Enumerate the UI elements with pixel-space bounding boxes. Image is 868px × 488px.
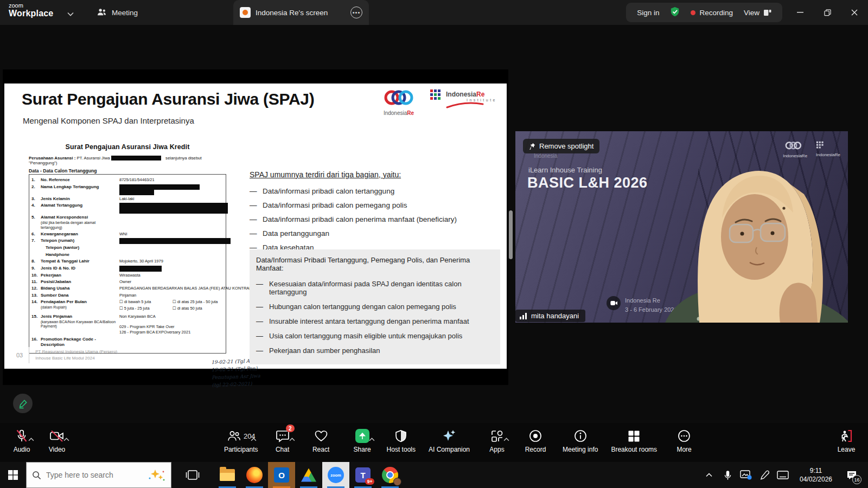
search-icon [32,471,41,480]
remove-spotlight-button[interactable]: Remove spotlight [523,139,599,153]
participant-video [643,136,848,323]
panel2-heading: Data/Informasi Pribadi Tertanggung, Peme… [256,256,493,272]
zoom-taskbar-icon[interactable]: zoom [322,462,349,488]
participant-name-label: mita handayani [515,310,585,322]
form-row: 9.Jenis ID & No. ID [31,266,225,272]
tray-show-hidden-icons-chevron[interactable] [700,462,718,488]
institute-logo-text: Indonesia [446,91,476,98]
notification-center-button[interactable]: 16 [840,462,864,488]
window-controls [787,0,868,25]
sign-in-button[interactable]: Sign in [637,9,659,17]
redacted-value [119,190,154,195]
apps-options-chevron[interactable] [503,423,509,453]
form-row: 2.Nama Lengkap Tertanggung [31,184,225,195]
spaj-form-document: Surat Pengajuan Asuransi Jiwa Kredit Per… [29,143,226,354]
tray-screen-snip-icon[interactable] [737,462,755,488]
brand-workplace: Workplace [9,9,53,18]
security-shield-icon[interactable] [670,7,680,19]
form-row: 5.Alamat Korespondensi(disi jika berbeda… [31,215,225,230]
remove-spotlight-label: Remove spotlight [539,142,593,150]
redacted-value [119,266,162,272]
workspace-chevron-down-icon[interactable] [67,9,74,18]
bullet-item: Insurable interest antara tertanggung de… [256,317,493,325]
form-row: 7.Telepon (rumah)Telepon (kantor)Handpho… [31,238,225,258]
clock-time: 9:11 [792,466,840,475]
redacted-value [119,238,231,244]
apps-grid-icon [490,429,504,443]
redacted-company-name [111,156,161,160]
tray-microphone-icon[interactable] [718,462,737,488]
panel-resize-handle[interactable] [509,210,513,259]
tab-options-ellipsis-icon[interactable]: ••• [350,7,362,18]
record-button[interactable]: Record [521,423,550,453]
meeting-people-icon [97,8,107,18]
shield-icon [395,429,407,443]
ai-companion-button[interactable]: AI Companion [429,423,470,453]
mic-muted-icon [15,429,28,443]
breakout-rooms-button[interactable]: Breakout rooms [611,423,657,453]
data-informasi-panel: Data/Informasi Pribadi Tertanggung, Peme… [250,249,500,364]
form-row: 14.Pendapatan Per Bulan(dalam Rupiah)☐ d… [31,299,225,313]
checkbox-option: ☐ 5 juta - 25 juta [119,306,173,311]
audio-options-chevron[interactable] [28,423,34,453]
taskbar-search[interactable] [26,462,171,488]
teams-taskbar-icon[interactable]: T9+ [349,462,376,488]
meeting-info-button[interactable]: Meeting info [563,423,598,453]
bullet-item: Data/informasi pribadi calon pemegang po… [250,201,500,209]
view-layout-icon [763,9,771,16]
file-explorer-taskbar-icon[interactable] [214,462,241,488]
slide-page-number: 03 [16,352,23,358]
indonesiare-logo-text: Indonesia [384,110,407,116]
form-row: 12.Bidang UsahaPERDAGANGAN BERDASARKAN B… [31,286,225,291]
record-icon [528,429,542,443]
spotlight-video-tile: Remove spotlight Indonesia iLearn Inhous… [515,131,848,323]
slide-title: Surat Pengajuan Asuransi Jiwa (SPAJ) [22,90,314,108]
form-row: 3.Jenis KelaminLaki-laki [31,196,225,202]
spaj-parts-panel: SPAJ umumnya terdiri dari tiga bagian, y… [250,170,500,258]
indonesiare-institute-logo: IndonesiaRe Institute [430,89,497,103]
close-button[interactable] [841,0,868,25]
start-button[interactable] [0,462,26,488]
meeting-toolbar: Audio Video 204 Participants [0,423,868,462]
maximize-button[interactable] [814,0,841,25]
video-muted-icon [49,429,65,442]
institute-logo-subtext: Institute [467,98,497,102]
bullet-item: Data/informasi pribadi calon penerima ma… [250,215,500,223]
search-input[interactable] [46,471,133,479]
more-button[interactable]: More [670,423,698,453]
annotate-button[interactable] [13,394,33,413]
react-button[interactable]: React [307,423,335,453]
redacted-value [119,184,200,190]
form-row: 13.Sumber DanaPinjaman [31,293,225,298]
tray-touch-keyboard-icon[interactable] [774,462,792,488]
search-highlights-sparkle-icon [147,468,165,481]
form-fields-box: 1.No. Reference8725/181/54463/212.Nama L… [29,174,226,353]
presentation-slide: Surat Pengajuan Asuransi Jiwa (SPAJ) Men… [4,84,507,369]
task-view-button[interactable] [179,462,206,488]
heart-icon [314,429,328,442]
minimize-button[interactable] [787,0,814,25]
share-options-chevron[interactable] [369,423,375,453]
background-training-title: BASIC L&H 2026 [527,175,648,191]
shared-screen-region: Surat Pengajuan Asuransi Jiwa (SPAJ) Men… [3,69,508,385]
tab-meeting[interactable]: Meeting [97,0,138,25]
firefox-taskbar-icon[interactable] [241,462,268,488]
redacted-value [119,203,228,214]
chrome-taskbar-icon[interactable] [376,462,404,488]
leave-button[interactable]: Leave [832,423,860,453]
google-drive-taskbar-icon[interactable] [295,462,322,488]
form-row: 8.Tempat & Tanggal LahirMojokerto, 30 Ap… [31,259,225,264]
host-tools-button[interactable]: Host tools [387,423,416,453]
tab-meeting-label: Meeting [112,9,138,17]
tab-shared-screen[interactable]: Indonesia Re's screen ••• [233,0,369,25]
taskbar-clock[interactable]: 9:11 04/02/2026 [792,466,840,484]
system-tray: 9:11 04/02/2026 16 [700,462,868,488]
slide-logos: IndonesiaRe IndonesiaRe Institute [382,89,497,116]
form-row: 16.Promotion Package Code - Description [31,337,225,348]
view-button[interactable]: View [744,9,771,17]
connection-signal-icon [520,313,527,319]
footer-module: Inhouse Basic Life Modul 2024 [35,355,117,362]
outlook-taskbar-icon[interactable]: O [268,462,295,488]
participant-name: mita handayani [531,312,579,320]
tray-pen-icon[interactable] [755,462,774,488]
